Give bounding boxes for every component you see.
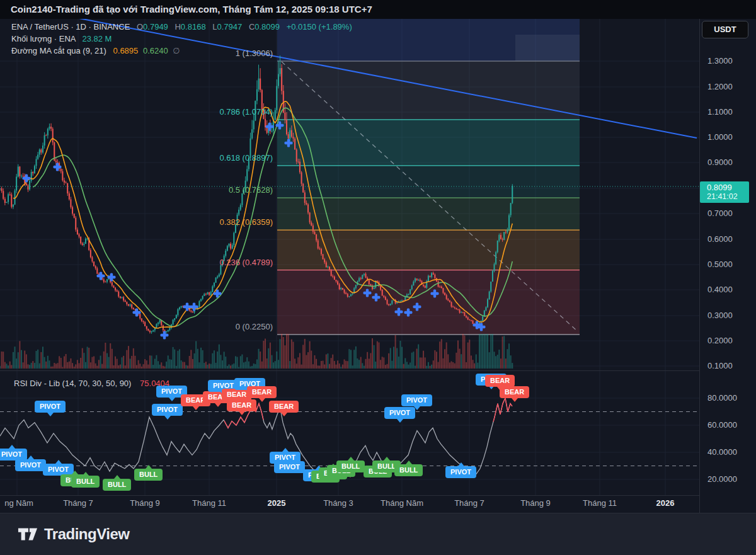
fib-level-label: 0.786 (1.0704) [147,107,273,117]
time-axis[interactable]: ng NămTháng 7Tháng 9Tháng 112025Tháng 3T… [0,496,699,513]
time-axis-label: Tháng 7 [63,498,93,508]
fib-zones [277,19,580,335]
time-axis-label: 2025 [268,498,286,508]
close-value: 0.8099 [255,22,280,31]
time-axis-separator [0,495,699,496]
open-label: O [137,22,143,31]
empty-set-icon: ∅ [173,46,180,55]
rsi-label: RSI Div - Lib (14, 70, 30, 50, 90) [14,379,131,388]
footer-bar: TradingView [0,513,756,555]
chart-legend: ENA / TetherUS · 1D · BINANCE O0.7949 H0… [11,21,352,57]
fib-level-label: 0.618 (0.8897) [147,153,273,163]
bar-countdown: 21:41:02 [707,192,749,202]
attribution-text: Coin2140-Trading đã tạo với TradingView.… [11,4,372,14]
volume-row[interactable]: Khối lượng · ENA 23.82 M [11,33,352,45]
rsi-pane [0,398,699,477]
tradingview-wordmark[interactable]: TradingView [44,525,129,543]
volume-series [0,334,513,369]
time-axis-label: 2026 [656,498,675,508]
last-price-value: 0.8099 [707,183,749,192]
currency-toggle-button[interactable]: USDT [702,21,748,38]
rsi-value: 75.0404 [140,379,169,388]
axis-price-label: 80.0000 [707,393,737,403]
axis-price-label: 1.1000 [707,107,733,117]
volume-value: 23.82 M [82,34,112,43]
tradingview-logo-icon[interactable] [18,526,38,542]
axis-price-label: 0.2000 [707,336,733,346]
axis-price-label: 60.0000 [707,420,737,430]
pane-separator[interactable] [0,370,699,371]
close-label: C [249,22,255,31]
chart-canvas[interactable] [0,0,699,513]
fib-level-label: 0.382 (0.6359) [147,217,273,227]
axis-price-label: 0.9000 [707,157,733,168]
axis-price-label: 0.5000 [707,260,733,270]
fib-level-label: 0.236 (0.4789) [147,258,273,267]
volume-label: Khối lượng · ENA [11,34,76,43]
time-axis-label: Tháng 11 [192,498,226,508]
axis-price-label: 0.3000 [707,311,733,321]
time-axis-label: Tháng 9 [130,498,160,508]
axis-price-label: 0.4000 [707,285,733,295]
last-price-badge: 0.8099 21:41:02 [700,181,749,203]
rsi-divergence-segment [224,404,263,428]
axis-price-label: 1.3000 [707,56,733,66]
ma-cross-row[interactable]: Đường MA cắt qua (9, 21) 0.6895 0.6240 ∅ [11,45,352,57]
time-axis-label: Tháng 7 [454,498,484,508]
time-axis-label: Tháng 9 [520,498,551,508]
time-axis-label: Tháng 3 [323,498,353,508]
axis-price-label: 1.0000 [707,132,733,142]
rsi-divergence-segment [493,398,512,422]
high-label: H [175,22,180,31]
axis-price-label: 1.2000 [707,82,733,92]
axis-price-label: 0.1000 [707,361,733,371]
tradingview-screenshot: Coin2140-Trading đã tạo với TradingView.… [0,0,756,555]
price-axis[interactable]: USDT 0.8099 21:41:02 1.30001.20001.10001… [699,19,756,513]
change-value: +0.0150 (+1.89%) [287,22,352,31]
low-value: 0.7947 [217,22,242,31]
axis-price-label: 0.7000 [707,209,733,219]
fib-level-label: 0.5 (0.7628) [147,185,273,195]
high-value: 0.8168 [181,22,206,31]
ma-slow-value: 0.6240 [143,46,168,55]
symbol-title: ENA / TetherUS · 1D · BINANCE [11,22,130,31]
ma-fast-value: 0.6895 [113,46,139,55]
time-axis-label: Tháng Năm [381,498,423,508]
axis-price-label: 0.6000 [707,234,733,244]
fib-level-label: 0 (0.2250) [147,322,273,331]
ma-cross-label: Đường MA cắt qua (9, 21) [11,46,106,55]
symbol-row[interactable]: ENA / TetherUS · 1D · BINANCE O0.7949 H0… [11,21,352,33]
time-axis-label: Tháng 11 [583,498,617,508]
open-value: 0.7949 [143,22,168,31]
axis-price-label: 40.0000 [707,447,737,457]
rsi-indicator-legend[interactable]: RSI Div - Lib (14, 70, 30, 50, 90) 75.04… [14,379,169,388]
axis-price-label: 20.0000 [707,474,737,484]
time-axis-label: ng Năm [4,498,33,508]
attribution-bar: Coin2140-Trading đã tạo với TradingView.… [0,0,756,19]
